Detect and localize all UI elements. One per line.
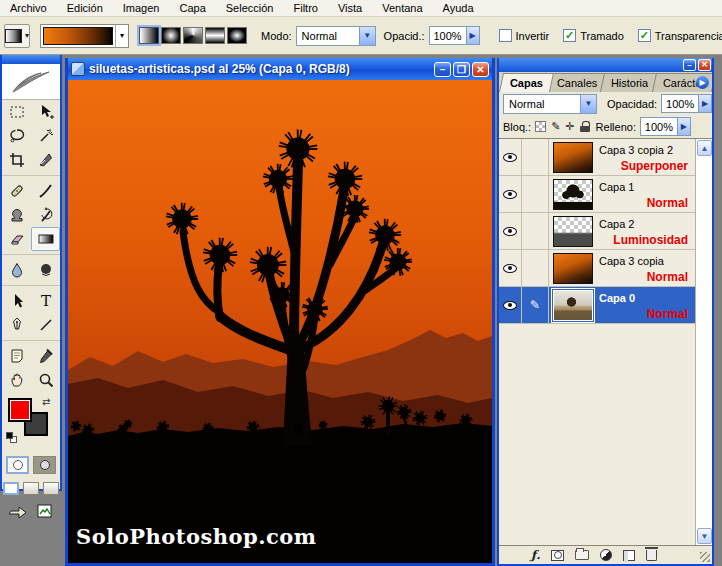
spot-healing-brush-tool[interactable] — [2, 179, 31, 203]
chevron-down-icon[interactable]: ▼ — [359, 27, 375, 45]
gradient-tool[interactable] — [31, 227, 60, 251]
menu-imagen[interactable]: Imagen — [113, 1, 170, 16]
new-adjustment-layer-icon[interactable] — [600, 549, 612, 561]
layer-thumbnail[interactable] — [553, 290, 593, 321]
layer-fill-input[interactable]: 100% ▶ — [640, 117, 691, 136]
layer-thumbnail[interactable] — [553, 216, 593, 247]
visibility-toggle[interactable] — [499, 213, 522, 249]
blur-tool[interactable] — [2, 258, 31, 282]
lock-transparency-icon[interactable] — [535, 121, 546, 132]
swap-colors-icon[interactable]: ⇄ — [42, 396, 50, 407]
new-group-icon[interactable] — [575, 550, 589, 560]
visibility-toggle[interactable] — [499, 139, 522, 175]
type-tool[interactable]: T — [31, 289, 60, 313]
lock-position-icon[interactable]: ✛ — [565, 121, 574, 132]
resize-grip[interactable] — [700, 552, 710, 562]
linear-gradient-button[interactable] — [139, 27, 159, 44]
menu-ventana[interactable]: Ventana — [372, 1, 432, 16]
toolbox-titlebar[interactable] — [2, 55, 60, 64]
quick-mask-mode-button[interactable] — [33, 456, 56, 474]
notes-tool[interactable] — [2, 344, 31, 368]
tab-canales[interactable]: Canales — [546, 73, 608, 92]
panel-menu-icon[interactable]: ▶ — [696, 76, 709, 89]
layer-blend-mode-select[interactable]: Normal ▼ — [503, 94, 597, 114]
slice-tool[interactable] — [31, 148, 60, 172]
menu-archivo[interactable]: Archivo — [0, 1, 57, 16]
jump-to-imageready-button[interactable] — [9, 503, 33, 521]
angle-gradient-button[interactable] — [183, 27, 203, 44]
pen-tool[interactable] — [2, 313, 31, 337]
layer-row-capa3copia2[interactable]: Capa 3 copia 2 Superponer — [499, 139, 712, 176]
layer-row-capa3copia[interactable]: Capa 3 copia Normal — [499, 250, 712, 287]
fullscreen-mode-button[interactable] — [43, 482, 59, 495]
layer-name[interactable]: Capa 0 — [599, 292, 635, 323]
lock-paint-icon[interactable]: ✎ — [551, 121, 560, 132]
tool-preset-picker[interactable]: ▾ — [4, 24, 30, 48]
tab-capas[interactable]: Capas — [499, 73, 554, 92]
visibility-toggle[interactable] — [499, 250, 522, 286]
menu-capa[interactable]: Capa — [169, 1, 215, 16]
chevron-right-icon[interactable]: ▶ — [677, 118, 690, 135]
canvas[interactable]: SoloPhotoshop.com — [68, 80, 492, 563]
standard-mode-button[interactable] — [6, 456, 29, 474]
layer-opacity-input[interactable]: 100% ▶ — [661, 94, 712, 113]
layer-name[interactable]: Capa 1 — [599, 181, 634, 212]
layer-list-scrollbar[interactable]: ▲ ▼ — [695, 139, 712, 545]
foreground-color-swatch[interactable] — [8, 398, 32, 422]
tramado-checkbox[interactable]: ✓ Tramado — [563, 29, 624, 42]
layer-row-capa0-selected[interactable]: ✎ Capa 0 Normal — [499, 287, 712, 324]
visibility-toggle[interactable] — [499, 287, 522, 323]
layers-panel-titlebar[interactable]: – ✕ — [499, 58, 712, 72]
rectangular-marquee-tool[interactable] — [2, 100, 31, 124]
chevron-down-icon[interactable]: ▾ — [115, 25, 128, 47]
link-cell[interactable] — [522, 250, 549, 286]
burn-tool[interactable] — [31, 258, 60, 282]
scroll-up-icon[interactable]: ▲ — [697, 140, 712, 156]
clone-stamp-tool[interactable] — [2, 203, 31, 227]
panel-minimize-button[interactable]: – — [683, 59, 696, 71]
scroll-down-icon[interactable]: ▼ — [697, 528, 712, 544]
minimize-button[interactable]: – — [434, 62, 451, 77]
add-layer-mask-icon[interactable] — [551, 550, 564, 561]
menu-ayuda[interactable]: Ayuda — [433, 1, 484, 16]
brush-tool[interactable] — [31, 179, 60, 203]
layer-thumbnail[interactable] — [553, 253, 593, 284]
reflected-gradient-button[interactable] — [205, 27, 225, 44]
eraser-tool[interactable] — [2, 227, 31, 251]
radial-gradient-button[interactable] — [161, 27, 181, 44]
new-layer-icon[interactable] — [623, 550, 635, 561]
document-titlebar[interactable]: siluetas-artisticas.psd al 25% (Capa 0, … — [68, 58, 492, 80]
visibility-toggle[interactable] — [499, 176, 522, 212]
lock-all-icon[interactable] — [580, 121, 590, 132]
hand-tool[interactable] — [2, 368, 31, 392]
layer-thumbnail[interactable] — [553, 179, 593, 210]
move-tool[interactable] — [31, 100, 60, 124]
panel-close-button[interactable]: ✕ — [698, 59, 711, 71]
eyedropper-tool[interactable] — [31, 344, 60, 368]
imageready-icon[interactable] — [37, 503, 53, 521]
fullscreen-menubar-mode-button[interactable] — [23, 482, 39, 495]
menu-edicion[interactable]: Edición — [57, 1, 113, 16]
menu-seleccion[interactable]: Selección — [216, 1, 284, 16]
layer-style-icon[interactable]: ƒ. — [531, 549, 540, 561]
chevron-right-icon[interactable]: ▶ — [466, 27, 479, 44]
lasso-tool[interactable] — [2, 124, 31, 148]
zoom-tool[interactable] — [31, 368, 60, 392]
blend-mode-select[interactable]: Normal ▼ — [296, 26, 376, 46]
crop-tool[interactable] — [2, 148, 31, 172]
history-brush-tool[interactable] — [31, 203, 60, 227]
tab-historia[interactable]: Historia — [600, 73, 659, 92]
link-cell[interactable] — [522, 213, 549, 249]
close-button[interactable]: ✕ — [472, 62, 489, 77]
delete-layer-icon[interactable] — [646, 550, 657, 561]
link-cell[interactable] — [522, 139, 549, 175]
invertir-checkbox[interactable]: ✓ Invertir — [499, 29, 550, 42]
link-cell[interactable] — [522, 176, 549, 212]
menu-vista[interactable]: Vista — [328, 1, 372, 16]
chevron-right-icon[interactable]: ▶ — [698, 95, 711, 112]
diamond-gradient-button[interactable] — [227, 27, 247, 44]
maximize-button[interactable]: ❐ — [453, 62, 470, 77]
standard-screen-mode-button[interactable] — [3, 482, 19, 495]
magic-wand-tool[interactable] — [31, 124, 60, 148]
line-tool[interactable] — [31, 313, 60, 337]
